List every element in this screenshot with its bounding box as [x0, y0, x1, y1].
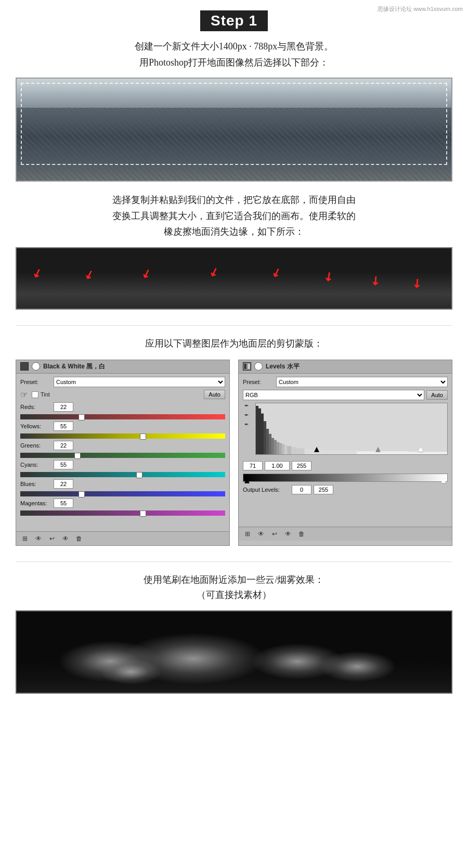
bw-cyans-slider[interactable] [20, 472, 225, 477]
levels-input-high[interactable] [292, 461, 311, 470]
levels-panel: Levels 水平 Preset: Custom RGB Auto [238, 360, 452, 546]
levels-output-low[interactable] [292, 485, 311, 494]
levels-channel-row: RGB Auto [243, 390, 448, 400]
bw-preset-label: Preset: [20, 379, 51, 385]
output-white-triangle[interactable] [441, 478, 446, 483]
levels-panel-footer: ⊞ 👁 ↩ 👁 🗑 [239, 527, 452, 541]
bw-preset-select[interactable]: Custom [54, 377, 225, 387]
bw-blues-slider[interactable] [20, 491, 225, 496]
levels-footer-icon-1[interactable]: ⊞ [243, 529, 252, 539]
bw-magentas-row: Magentas: [20, 499, 225, 508]
levels-footer-icon-5[interactable]: 🗑 [297, 529, 306, 539]
levels-footer-icon-3[interactable]: ↩ [270, 529, 279, 539]
footer-icon-4[interactable]: 👁 [61, 534, 70, 543]
levels-preset-select[interactable]: Custom [276, 377, 448, 387]
bw-tint-row: ☞ Tint Auto [20, 390, 225, 400]
page-wrapper: 思缘设计论坛 www.h1ssvurn.com Step 1 创建一个新文件大小… [0, 0, 468, 714]
bw-panel-header: Black & White 黑，白 [16, 360, 229, 374]
bw-panel: Black & White 黑，白 Preset: Custom ☞ Tint … [16, 360, 230, 546]
levels-panel-title: Levels 水平 [266, 362, 300, 371]
bw-icon-box [20, 362, 29, 371]
levels-preset-row: Preset: Custom [243, 377, 448, 387]
levels-eye-icon[interactable] [254, 362, 263, 371]
bw-reds-input[interactable] [54, 402, 73, 412]
landscape-image [16, 78, 452, 182]
histogram-bottom-sliders [256, 446, 447, 453]
ps-panels-row: Black & White 黑，白 Preset: Custom ☞ Tint … [16, 360, 452, 546]
input-black-triangle[interactable] [314, 447, 319, 452]
levels-panel-header: Levels 水平 [239, 360, 452, 374]
step-badge: Step 1 [200, 10, 268, 31]
levels-panel-body: Preset: Custom RGB Auto ✒ ✒ [239, 374, 452, 527]
bw-greens-input[interactable] [54, 441, 73, 450]
levels-histogram [255, 403, 448, 455]
footer-icon-3[interactable]: ↩ [47, 534, 57, 543]
levels-input-row [243, 461, 448, 470]
levels-input-mid[interactable] [265, 461, 290, 470]
dark-scene: ↙ ↙ ↙ ↙ ↙ ↙ ↙ ↙ [16, 247, 452, 310]
bw-preset-row: Preset: Custom [20, 377, 225, 387]
footer-icon-5[interactable]: 🗑 [74, 534, 84, 543]
step-header: Step 1 [16, 10, 452, 31]
bw-panel-title: Black & White 黑，白 [43, 362, 105, 371]
bw-tint-checkbox[interactable] [32, 391, 38, 398]
bw-cyans-label: Cyans: [20, 462, 51, 468]
bw-magentas-slider[interactable] [20, 510, 225, 516]
levels-auto-button[interactable]: Auto [426, 390, 448, 400]
footer-icon-1[interactable]: ⊞ [20, 534, 30, 543]
watermark: 思缘设计论坛 www.h1ssvurn.com [378, 5, 463, 13]
bw-eye-icon[interactable] [32, 362, 40, 371]
input-white-triangle[interactable] [418, 447, 423, 452]
bw-reds-row: Reds: [20, 402, 225, 412]
levels-icon-box [243, 362, 251, 371]
output-black-triangle[interactable] [244, 478, 250, 483]
eyedropper-white[interactable]: ✒ [243, 422, 250, 429]
bw-cyans-thumb[interactable] [136, 472, 142, 478]
bw-reds-slider[interactable] [20, 414, 225, 419]
bw-blues-input[interactable] [54, 479, 73, 489]
smoke-cloud-4 [318, 651, 396, 682]
levels-channel-select[interactable]: RGB [243, 390, 424, 400]
smoke-scene [16, 610, 452, 694]
bw-yellows-thumb[interactable] [140, 433, 146, 440]
divider-2 [16, 561, 452, 562]
bw-greens-row: Greens: [20, 441, 225, 450]
dark-rocks [17, 272, 451, 309]
bw-yellows-label: Yellows: [20, 423, 51, 429]
eyedropper-black[interactable]: ✒ [243, 403, 250, 410]
levels-output-slider[interactable] [243, 474, 448, 482]
bw-cyans-row: Cyans: [20, 460, 225, 469]
levels-preset-label: Preset: [243, 379, 274, 385]
section-adjust-title: 应用以下调整图层作为地面层的剪切蒙版： [16, 336, 452, 351]
bw-yellows-input[interactable] [54, 422, 73, 431]
bw-reds-thumb[interactable] [79, 414, 85, 420]
histogram-container [255, 403, 448, 458]
bw-reds-label: Reds: [20, 404, 51, 410]
bw-tint-label: Tint [41, 391, 50, 398]
eyedropper-gray[interactable]: ✒ [243, 412, 250, 419]
levels-output-row: Output Levels: [243, 485, 448, 494]
bw-blues-label: Blues: [20, 481, 51, 487]
smoke-section-title: 使用笔刷在地面附近添加一些云/烟雾效果： （可直接找素材） [16, 572, 452, 603]
eyedroppers-col: ✒ ✒ ✒ [243, 403, 250, 458]
hand-icon: ☞ [20, 390, 28, 400]
bw-cyans-input[interactable] [54, 460, 73, 469]
bw-panel-body: Preset: Custom ☞ Tint Auto Reds: [16, 374, 229, 531]
input-mid-triangle[interactable] [375, 447, 381, 452]
levels-footer-icon-4[interactable]: 👁 [283, 529, 293, 539]
footer-icon-2[interactable]: 👁 [34, 534, 43, 543]
bw-yellows-slider[interactable] [20, 433, 225, 439]
levels-output-label: Output Levels: [243, 487, 290, 493]
levels-output-high[interactable] [314, 485, 333, 494]
divider-1 [16, 325, 452, 326]
bw-auto-button[interactable]: Auto [204, 390, 225, 399]
bw-magentas-thumb[interactable] [140, 510, 146, 517]
bw-greens-slider[interactable] [20, 453, 225, 458]
levels-input-low[interactable] [243, 461, 263, 470]
bw-greens-thumb[interactable] [74, 453, 81, 459]
levels-footer-icon-2[interactable]: 👁 [256, 529, 266, 539]
bw-blues-thumb[interactable] [79, 491, 85, 497]
bw-magentas-label: Magentas: [20, 500, 51, 506]
bw-magentas-input[interactable] [54, 499, 73, 508]
levels-histogram-area: ✒ ✒ ✒ [243, 403, 448, 458]
